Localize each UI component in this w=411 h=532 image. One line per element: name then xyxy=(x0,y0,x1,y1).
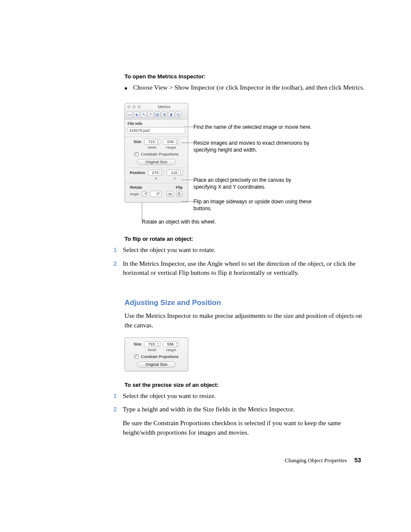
step-number: 1 xyxy=(112,392,117,401)
inspector-titlebar: Metrics xyxy=(125,103,188,110)
traffic-light-icon xyxy=(127,105,131,109)
inspector-tab-bar: ▭ ☯ ✎ T ▤ ⊞ ▮ Q xyxy=(125,110,188,120)
link-tab-icon[interactable]: ☯ xyxy=(134,112,140,118)
size-step-2-note: Be sure the Constrain Proportions checkb… xyxy=(123,419,368,438)
x-stepper[interactable]: 279 ▴▾ xyxy=(148,170,164,176)
width-value: 715 xyxy=(144,140,156,144)
heading-flip-rotate: To flip or rotate an object: xyxy=(125,236,368,242)
position-label: Position xyxy=(130,170,145,175)
open-inspector-instruction: Choose View > Show Inspector (or click I… xyxy=(133,83,364,93)
size-label: Size xyxy=(134,341,141,346)
flip-vertical-button[interactable]: ⇅ xyxy=(176,191,183,197)
page-number: 53 xyxy=(354,457,361,464)
quicktime-tab-icon[interactable]: Q xyxy=(175,112,181,118)
position-section: Position 279 ▴▾ X 116 ▴▾ Y xyxy=(125,168,188,184)
section-intro: Use the Metrics Inspector to make precis… xyxy=(125,311,368,330)
heading-open-inspector: To open the Metrics Inspector: xyxy=(125,73,368,80)
file-info-section: File Info 218279.psd xyxy=(125,120,188,137)
flip-step-1: Select the object you want to rotate. xyxy=(123,246,215,255)
constrain-label: Constrain Proportions xyxy=(141,152,178,156)
stepper-down-icon[interactable]: ▾ xyxy=(160,173,164,175)
constrain-checkbox[interactable] xyxy=(134,152,139,156)
callout-position: Place an object precisely on the canvas … xyxy=(193,177,314,190)
text-tab-icon[interactable]: T xyxy=(147,112,154,118)
flip-step-2: In the Metrics Inspector, use the Angle … xyxy=(123,259,368,278)
width-stepper[interactable]: 715 ▴▾ xyxy=(144,139,160,145)
metrics-tab-icon[interactable]: ⊞ xyxy=(161,112,168,118)
angle-field[interactable]: 0° xyxy=(150,191,162,197)
page-tab-icon[interactable]: ▭ xyxy=(127,112,133,118)
size-section: Size 715 ▴▾ Width 536 ▴▾ Height xyxy=(125,137,188,168)
callout-rotate: Rotate an object with this wheel. xyxy=(142,218,254,225)
callout-size: Resize images and movies to exact dimens… xyxy=(193,140,314,153)
angle-wheel[interactable] xyxy=(141,191,147,197)
flip-header: Flip xyxy=(176,185,183,190)
chart-tab-icon[interactable]: ▮ xyxy=(168,112,174,118)
traffic-light-icon xyxy=(137,105,141,109)
angle-label: Angle xyxy=(130,192,139,196)
stepper-down-icon[interactable]: ▾ xyxy=(175,142,179,144)
height-label: Height xyxy=(166,146,176,149)
size-label: Size xyxy=(134,139,141,144)
stepper-down-icon[interactable]: ▾ xyxy=(156,344,160,347)
height-label: Height xyxy=(166,348,176,352)
section-heading: Adjusting Size and Position xyxy=(125,299,368,307)
file-info-label: File Info xyxy=(128,121,185,126)
y-label: Y xyxy=(174,177,176,180)
original-size-button[interactable]: Original Size xyxy=(137,361,176,367)
heading-set-size: To set the precise size of an object: xyxy=(125,382,368,388)
filename-field[interactable]: 218279.psd xyxy=(128,127,185,134)
step-number: 1 xyxy=(112,246,117,255)
size-step-1: Select the object you want to resize. xyxy=(123,392,216,401)
constrain-checkbox[interactable] xyxy=(134,355,139,359)
constrain-label: Constrain Proportions xyxy=(141,355,178,359)
size-panel-figure: Size 715 ▴▾ Width 536 ▴▾ Height Constrai… xyxy=(125,337,188,371)
step-number: 2 xyxy=(112,405,117,437)
inspector-title: Metrics xyxy=(143,105,186,109)
chapter-name: Changing Object Properties xyxy=(285,457,347,464)
width-value: 715 xyxy=(144,342,156,346)
metrics-inspector-figure: Metrics ▭ ☯ ✎ T ▤ ⊞ ▮ Q File Info 218279… xyxy=(125,103,368,224)
original-size-button[interactable]: Original Size xyxy=(137,159,176,165)
stepper-down-icon[interactable]: ▾ xyxy=(179,173,183,175)
height-value: 536 xyxy=(163,342,174,346)
x-label: X xyxy=(155,177,157,180)
callout-flip: Flip an image sideways or upside down us… xyxy=(193,198,314,212)
height-stepper[interactable]: 536 ▴▾ xyxy=(163,139,179,145)
callout-filename: Find the name of the selected image or m… xyxy=(193,124,314,131)
height-stepper[interactable]: 536 ▴▾ xyxy=(163,341,179,347)
metrics-inspector-panel: Metrics ▭ ☯ ✎ T ▤ ⊞ ▮ Q File Info 218279… xyxy=(125,103,188,202)
stepper-down-icon[interactable]: ▾ xyxy=(156,142,160,144)
flip-horizontal-button[interactable]: ⇋ xyxy=(167,191,173,197)
bullet-icon: ■ xyxy=(125,83,127,93)
page-footer: Changing Object Properties 53 xyxy=(285,457,361,464)
size-step-2: Type a height and width in the Size fiel… xyxy=(123,405,368,414)
graphic-tab-icon[interactable]: ▤ xyxy=(154,112,161,118)
rotate-header: Rotate xyxy=(130,185,142,190)
x-value: 279 xyxy=(148,171,159,175)
width-label: Width xyxy=(148,146,156,149)
width-stepper[interactable]: 715 ▴▾ xyxy=(144,341,160,347)
rotate-flip-section: Rotate Flip Angle 0° ⇋ ⇅ xyxy=(125,184,188,202)
height-value: 536 xyxy=(163,140,174,144)
width-label: Width xyxy=(148,348,156,352)
y-stepper[interactable]: 116 ▴▾ xyxy=(167,170,183,176)
step-number: 2 xyxy=(112,259,117,278)
wrap-tab-icon[interactable]: ✎ xyxy=(140,112,147,118)
traffic-light-icon xyxy=(132,105,136,109)
stepper-down-icon[interactable]: ▾ xyxy=(175,344,179,347)
y-value: 116 xyxy=(167,171,178,175)
